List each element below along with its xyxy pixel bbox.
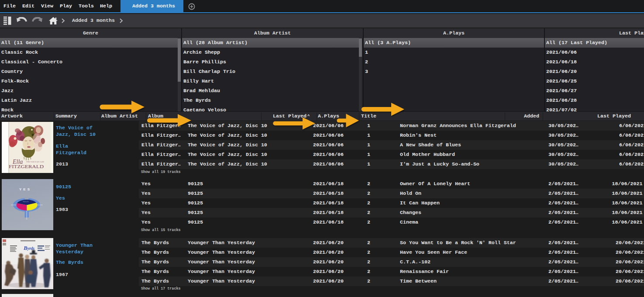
svg-text:90125: 90125 (23, 201, 29, 203)
svg-text:FITZGERALD: FITZGERALD (9, 164, 44, 169)
svg-text:THE VOICE OF JAZZ: THE VOICE OF JAZZ (26, 161, 44, 163)
svg-text:YES: YES (19, 187, 31, 191)
